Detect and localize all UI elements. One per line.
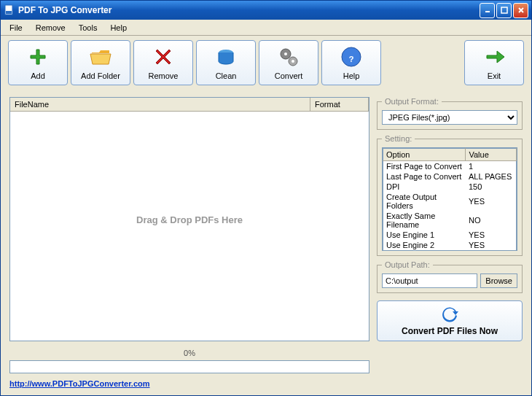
output-format-legend: Output Format: (382, 97, 442, 106)
output-format-group: Output Format: JPEG Files(*.jpg) (377, 97, 523, 130)
settings-table[interactable]: Option Value First Page to Convert1Last … (383, 148, 517, 251)
settings-option-cell: First Page to Convert (383, 161, 466, 172)
settings-value-header[interactable]: Value (466, 149, 517, 161)
exit-arrow-icon (482, 45, 506, 69)
output-path-input[interactable] (382, 273, 477, 288)
settings-value-cell: YES (466, 240, 517, 251)
settings-value-cell: YES (466, 230, 517, 240)
browse-button[interactable]: Browse (480, 273, 517, 288)
convert-label: Convert (275, 71, 303, 80)
filename-column-header[interactable]: FileName (10, 98, 310, 111)
settings-value-cell: ALL PAGES (466, 171, 517, 182)
help-label: Help (343, 71, 360, 80)
clean-button[interactable]: Clean (196, 40, 256, 85)
website-link-area: http://www.PDFToJPGConverter.com (9, 379, 369, 388)
gears-icon (277, 45, 300, 69)
plus-icon (26, 45, 50, 69)
convert-now-button[interactable]: Convert PDF Files Now (377, 300, 523, 341)
svg-point-8 (284, 53, 287, 55)
list-header: FileName Format (10, 98, 369, 112)
drag-drop-hint: Drag & Drop PDFs Here (136, 214, 243, 225)
menu-remove[interactable]: Remove (30, 22, 71, 34)
clean-icon (214, 45, 238, 69)
settings-value-cell: 1 (466, 161, 517, 172)
settings-row[interactable]: Use Engine 2YES (383, 240, 517, 251)
help-button[interactable]: ? Help (321, 40, 381, 85)
app-icon (4, 4, 15, 16)
minimize-button[interactable] (480, 3, 495, 18)
settings-option-cell: Last Page to Convert (383, 171, 466, 182)
progress-bar (9, 360, 369, 373)
settings-option-cell: Use Engine 1 (383, 230, 466, 240)
remove-label: Remove (149, 71, 179, 80)
settings-value-cell: NO (466, 211, 517, 230)
close-button[interactable] (513, 3, 528, 18)
output-path-legend: Output Path: (382, 260, 433, 269)
settings-option-cell: Create Output Folders (383, 192, 466, 211)
menu-tools[interactable]: Tools (73, 22, 103, 34)
exit-label: Exit (488, 71, 501, 80)
settings-row[interactable]: Use Engine 1YES (383, 230, 517, 240)
output-format-select[interactable]: JPEG Files(*.jpg) (382, 110, 517, 125)
svg-text:?: ? (349, 55, 354, 63)
exit-button[interactable]: Exit (464, 40, 524, 85)
settings-row[interactable]: Last Page to ConvertALL PAGES (383, 171, 517, 182)
right-panel: Output Format: JPEG Files(*.jpg) Setting… (377, 97, 523, 388)
help-icon: ? (340, 45, 363, 69)
remove-button[interactable]: Remove (133, 40, 193, 85)
convert-button[interactable]: Convert (259, 40, 318, 85)
menu-help[interactable]: Help (104, 22, 133, 34)
refresh-icon (441, 306, 458, 323)
settings-value-cell: 150 (466, 182, 517, 192)
settings-group: Setting: Option Value First Page to Conv… (377, 134, 523, 256)
settings-option-cell: Use Engine 2 (383, 240, 466, 251)
website-link[interactable]: http://www.PDFToJPGConverter.com (9, 379, 150, 388)
progress-label: 0% (9, 349, 369, 357)
output-path-group: Output Path: Browse (377, 260, 523, 293)
settings-row[interactable]: Create Output FoldersYES (383, 192, 517, 211)
svg-rect-1 (6, 11, 12, 14)
format-column-header[interactable]: Format (310, 98, 369, 111)
x-icon (152, 45, 175, 69)
settings-row[interactable]: First Page to Convert1 (383, 161, 517, 172)
folder-icon (89, 45, 112, 69)
app-window: PDF To JPG Converter File Remove Tools H… (0, 0, 532, 396)
menubar: File Remove Tools Help (1, 20, 531, 36)
add-folder-button[interactable]: Add Folder (71, 40, 130, 85)
file-list[interactable]: FileName Format Drag & Drop PDFs Here (9, 97, 369, 341)
settings-legend: Setting: (382, 134, 415, 143)
window-title: PDF To JPG Converter (18, 5, 480, 15)
convert-now-label: Convert PDF Files Now (382, 326, 517, 336)
toolbar: Add Add Folder Remove Clean Convert ? He… (1, 36, 531, 90)
progress-area: 0% (9, 349, 369, 373)
settings-row[interactable]: DPI150 (383, 182, 517, 192)
maximize-button[interactable] (496, 3, 512, 18)
add-button[interactable]: Add (8, 40, 68, 85)
settings-option-header[interactable]: Option (383, 149, 466, 161)
content-area: FileName Format Drag & Drop PDFs Here 0%… (1, 90, 531, 395)
svg-point-10 (292, 60, 294, 63)
titlebar: PDF To JPG Converter (1, 1, 531, 20)
settings-row[interactable]: Exactly Same FilenameNO (383, 211, 517, 230)
settings-option-cell: Exactly Same Filename (383, 211, 466, 230)
svg-rect-3 (501, 7, 507, 13)
add-label: Add (31, 71, 45, 80)
left-panel: FileName Format Drag & Drop PDFs Here 0%… (9, 97, 369, 388)
settings-value-cell: YES (466, 192, 517, 211)
clean-label: Clean (216, 71, 237, 80)
add-folder-label: Add Folder (81, 71, 120, 80)
settings-option-cell: DPI (383, 182, 466, 192)
menu-file[interactable]: File (4, 22, 28, 34)
